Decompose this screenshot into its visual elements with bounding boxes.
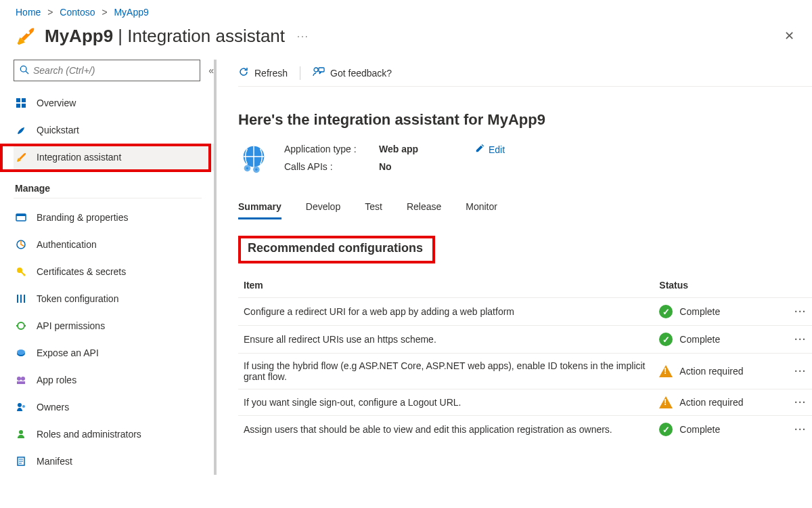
sidebar-item-expose-an-api[interactable]: Expose an API	[14, 339, 214, 366]
svg-point-29	[246, 167, 248, 169]
sidebar-item-certificates-secrets[interactable]: Certificates & secrets	[14, 258, 214, 285]
sidebar-item-authentication[interactable]: Authentication	[14, 231, 214, 258]
more-menu[interactable]: ···	[297, 30, 309, 41]
status-cell: Complete	[659, 423, 784, 436]
content-heading: Here's the integration assistant for MyA…	[238, 111, 812, 129]
svg-point-30	[255, 169, 257, 171]
sidebar-item-owners[interactable]: Owners	[14, 394, 214, 421]
app-info: Application type : Web app Calls APIs : …	[238, 144, 812, 177]
integration-assistant-icon	[15, 152, 27, 163]
status-cell: Complete	[659, 333, 784, 346]
collapse-sidebar-button[interactable]: «	[208, 65, 214, 76]
sidebar-item-quickstart[interactable]: Quickstart	[14, 117, 214, 144]
breadcrumb: Home > Contoso > MyApp9	[0, 0, 812, 22]
app-name: MyApp9	[45, 26, 113, 46]
feedback-button[interactable]: Got feedback?	[313, 66, 392, 79]
tab-summary[interactable]: Summary	[238, 201, 281, 219]
apptype-label: Application type :	[284, 144, 379, 154]
sidebar: « OverviewQuickstartIntegration assistan…	[0, 60, 217, 475]
sidebar-item-overview[interactable]: Overview	[14, 89, 214, 117]
sidebar-item-label: API permissions	[37, 320, 105, 331]
svg-point-16	[17, 350, 25, 355]
table-row[interactable]: Configure a redirect URI for a web app b…	[238, 298, 812, 326]
edit-button[interactable]: Edit	[475, 144, 505, 155]
search-input[interactable]	[33, 65, 194, 76]
refresh-button[interactable]: Refresh	[238, 66, 288, 79]
svg-point-0	[26, 31, 30, 35]
manifest-icon	[15, 456, 27, 467]
table-row[interactable]: If using the hybrid flow (e.g ASP.NET Co…	[238, 354, 812, 389]
warning-icon	[659, 365, 673, 377]
feedback-label: Got feedback?	[330, 68, 392, 79]
check-icon	[659, 305, 673, 318]
row-menu[interactable]: ···	[789, 416, 812, 444]
tab-release[interactable]: Release	[407, 201, 441, 219]
sidebar-item-label: App roles	[37, 375, 76, 385]
item-cell: Assign users that should be able to view…	[238, 416, 654, 444]
status-cell: Complete	[659, 305, 784, 318]
overview-icon	[15, 98, 27, 108]
status-cell: Action required	[659, 396, 784, 408]
sidebar-item-label: Branding & properties	[37, 212, 128, 223]
search-box[interactable]	[14, 60, 200, 81]
svg-point-24	[314, 68, 318, 72]
svg-rect-5	[16, 104, 20, 108]
tabs: SummaryDevelopTestReleaseMonitor	[238, 201, 812, 219]
sidebar-item-label: Manifest	[37, 456, 72, 467]
refresh-label: Refresh	[254, 68, 288, 79]
check-icon	[659, 333, 673, 346]
sidebar-item-integration-assistant[interactable]: Integration assistant	[14, 144, 214, 171]
svg-rect-13	[24, 295, 25, 303]
row-menu[interactable]: ···	[789, 326, 812, 354]
owners-icon	[15, 402, 27, 412]
sidebar-item-label: Authentication	[37, 239, 97, 250]
recommendations-table: Item Status Configure a redirect URI for…	[238, 273, 812, 443]
toolbar-divider	[300, 66, 300, 80]
table-row[interactable]: Assign users that should be able to view…	[238, 416, 812, 444]
warning-icon	[659, 396, 673, 408]
title-bar: MyApp9 | Integration assistant ··· ✕	[0, 22, 812, 60]
feedback-icon	[313, 66, 325, 79]
breadcrumb-link[interactable]: Home	[16, 7, 41, 18]
sidebar-item-app-roles[interactable]: App roles	[14, 366, 214, 394]
sidebar-item-label: Roles and administrators	[37, 429, 141, 440]
sidebar-item-label: Overview	[37, 98, 76, 108]
sidebar-item-api-permissions[interactable]: API permissions	[14, 312, 214, 339]
sidebar-item-label: Quickstart	[37, 125, 79, 135]
item-cell: If using the hybrid flow (e.g ASP.NET Co…	[238, 354, 654, 389]
tab-develop[interactable]: Develop	[306, 201, 340, 219]
svg-point-17	[17, 377, 21, 381]
breadcrumb-link[interactable]: MyApp9	[114, 7, 148, 18]
sidebar-item-manifest[interactable]: Manifest	[14, 448, 214, 475]
sidebar-item-branding-properties[interactable]: Branding & properties	[14, 204, 214, 231]
rocket-icon	[15, 26, 35, 46]
status-cell: Action required	[659, 365, 784, 377]
svg-rect-25	[319, 68, 324, 72]
tab-test[interactable]: Test	[365, 201, 382, 219]
row-menu[interactable]: ···	[789, 389, 812, 416]
apptype-value: Web app	[379, 144, 433, 154]
item-cell: Configure a redirect URI for a web app b…	[238, 298, 654, 326]
tab-monitor[interactable]: Monitor	[466, 201, 497, 219]
breadcrumb-link[interactable]: Contoso	[60, 7, 95, 18]
table-row[interactable]: Ensure all redirect URIs use an https sc…	[238, 326, 812, 354]
breadcrumb-sep: >	[47, 7, 53, 18]
svg-point-20	[18, 403, 22, 407]
authentication-icon	[15, 239, 27, 250]
close-button[interactable]: ✕	[780, 24, 798, 47]
sidebar-item-roles-and-administrators[interactable]: Roles and administrators	[14, 421, 214, 448]
svg-rect-11	[17, 295, 18, 303]
svg-line-2	[26, 71, 28, 74]
sidebar-item-token-configuration[interactable]: Token configuration	[14, 285, 214, 312]
callsapis-value: No	[379, 161, 433, 172]
svg-rect-3	[16, 98, 20, 102]
app-roles-icon	[15, 375, 27, 385]
svg-rect-19	[17, 381, 25, 384]
row-menu[interactable]: ···	[789, 354, 812, 389]
svg-point-1	[20, 66, 26, 72]
row-menu[interactable]: ···	[789, 298, 812, 326]
table-row[interactable]: If you want single sign-out, configure a…	[238, 389, 812, 416]
col-item: Item	[238, 273, 654, 298]
svg-rect-8	[16, 214, 26, 216]
sidebar-item-label: Certificates & secrets	[37, 266, 126, 277]
